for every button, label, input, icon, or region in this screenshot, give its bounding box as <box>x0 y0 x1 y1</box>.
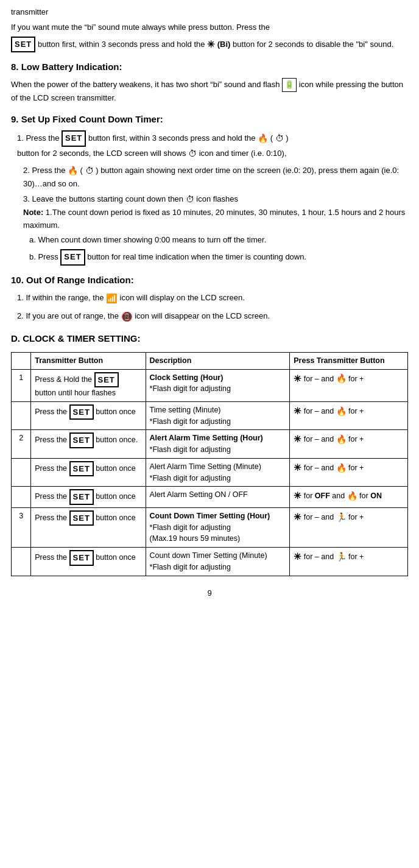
row-button-3: Press the SET button once. <box>31 430 146 459</box>
row-num-5 <box>12 487 31 508</box>
table-row: 2 Press the SET button once. Alert Alarm… <box>12 430 408 459</box>
table-header-description: Description <box>146 352 290 369</box>
row-press-5: ✳ for OFF and 🔥 for ON <box>290 487 408 508</box>
clock-icon-s9-4: ⏱ <box>186 192 194 206</box>
row-press-3: ✳ for – and 🔥 for + <box>290 430 408 459</box>
fire-icon-s9: 🔥 <box>258 132 268 145</box>
set-icon-r4: SET <box>69 461 94 477</box>
star-icon-r5: ✳ <box>294 489 301 503</box>
set-icon-intro: SET <box>11 37 35 53</box>
row-desc-7: Count down Timer Setting (Minute)*Flash … <box>146 548 290 576</box>
row-desc-5: Alert Alarm Setting ON / OFF <box>146 487 290 508</box>
table-row: Press the SET button once Alert Alarm Ti… <box>12 458 408 487</box>
row-desc-2: Time setting (Minute)*Flash digit for ad… <box>146 401 290 430</box>
intro-line2: If you want mute the “bi” sound mute alw… <box>11 21 408 34</box>
section10-title: 10. Out Of Range Indication: <box>11 273 408 288</box>
fire-icon-r7: 🏃 <box>336 551 347 563</box>
row-desc-1: Clock Setting (Hour) *Flash digit for ad… <box>146 369 290 401</box>
set-icon-r5: SET <box>69 489 94 505</box>
row-desc-6: Count Down Timer Setting (Hour) *Flash d… <box>146 507 290 547</box>
fire-icon-r6: 🏃 <box>336 511 347 524</box>
row-desc-4: Alert Alarm Time Setting (Minute)*Flash … <box>146 458 290 487</box>
intro-line1: transmitter <box>11 6 408 19</box>
set-icon-s9-1: SET <box>62 130 86 147</box>
section9-note-b: b. Press SET button for real time indica… <box>29 249 408 266</box>
table-header-button: Transmitter Button <box>31 352 146 369</box>
star-icon-intro: ✳ <box>207 37 215 52</box>
fire-icon-r2: 🔥 <box>336 405 347 418</box>
row-press-2: ✳ for – and 🔥 for + <box>290 401 408 430</box>
row-press-4: ✳ for – and 🔥 for + <box>290 458 408 487</box>
section10-step2: 2. If you are out of range, the 📵 icon w… <box>17 309 408 324</box>
fire-icon-r5: 🔥 <box>347 490 357 503</box>
set-icon-r2: SET <box>69 404 94 420</box>
row-button-7: Press the SET button once <box>31 548 146 576</box>
section9-title: 9. Set Up Fixed Count Down Timer: <box>11 112 408 127</box>
row-button-4: Press the SET button once <box>31 458 146 487</box>
section9-note-a: a. When count down timer showing 0:00 me… <box>29 234 408 247</box>
row-num-6: 3 <box>12 507 31 547</box>
row-num-3: 2 <box>12 430 31 459</box>
set-icon-r1: SET <box>94 372 119 388</box>
antenna-icon-1: 📶 <box>106 291 118 306</box>
section9-step1: 1. Press the SET button first, within 3 … <box>17 130 408 160</box>
fire-icon-s9-2: 🔥 <box>68 164 78 177</box>
row-button-5: Press the SET button once <box>31 487 146 508</box>
clock-icon-s9-2: ⏱ <box>188 147 197 160</box>
row-press-6: ✳ for – and 🏃 for + <box>290 507 408 547</box>
section8-title: 8. Low Battery Indication: <box>11 60 408 74</box>
fire-icon-r3: 🔥 <box>336 433 347 446</box>
intro-line3: SET button first, within 3 seconds press… <box>11 37 408 53</box>
set-icon-r3: SET <box>69 432 94 448</box>
row-num-7 <box>12 548 31 576</box>
section10-step1: 1. If within the range, the 📶 icon will … <box>17 291 408 306</box>
fire-icon-r1: 🔥 <box>336 372 347 385</box>
star-icon-r4: ✳ <box>294 461 301 475</box>
table-row: Press the SET button once Time setting (… <box>12 401 408 430</box>
row-desc-3: Alert Alarm Time Setting (Hour) *Flash d… <box>146 430 290 459</box>
table-header-num <box>12 352 31 369</box>
star-icon-r6: ✳ <box>294 510 301 524</box>
antenna-icon-2: 📵 <box>121 309 133 324</box>
star-icon-r2: ✳ <box>294 404 301 418</box>
battery-icon: 🔋 <box>282 78 297 92</box>
table-row: Press the SET button once Alert Alarm Se… <box>12 487 408 508</box>
set-icon-r6: SET <box>69 510 94 526</box>
settings-table: Transmitter Button Description Press Tra… <box>11 352 408 576</box>
section8-text: When the power of the battery weakens, i… <box>11 78 408 105</box>
table-row: Press the SET button once Count down Tim… <box>12 548 408 576</box>
table-header-press: Press Transmitter Button <box>290 352 408 369</box>
row-num-1: 1 <box>12 369 31 401</box>
fire-icon-r4: 🔥 <box>336 462 347 475</box>
clock-icon-s9-3: ⏱ <box>85 164 94 177</box>
table-row: 1 Press & Hold the SET button until hour… <box>12 369 408 401</box>
row-button-6: Press the SET button once <box>31 507 146 547</box>
row-button-2: Press the SET button once <box>31 401 146 430</box>
sectionD-title: D. CLOCK & TIMER SETTING: <box>11 331 408 346</box>
page-number: 9 <box>11 587 408 600</box>
row-press-7: ✳ for – and 🏃 for + <box>290 548 408 576</box>
row-button-1: Press & Hold the SET button until hour f… <box>31 369 146 401</box>
section9-step3: 3. Leave the buttons starting count down… <box>23 192 408 231</box>
set-icon-s9-b: SET <box>60 249 85 266</box>
row-press-1: ✳ for – and 🔥 for + <box>290 369 408 401</box>
set-icon-r7: SET <box>69 550 94 566</box>
star-icon-r7: ✳ <box>294 550 301 564</box>
clock-icon-s9-1: ⏱ <box>275 132 284 145</box>
row-num-4 <box>12 458 31 487</box>
table-row: 3 Press the SET button once Count Down T… <box>12 507 408 547</box>
section9-step2: 2. Press the 🔥 ( ⏱ ) button again showin… <box>23 164 408 190</box>
star-icon-r3: ✳ <box>294 432 301 446</box>
star-icon-r1: ✳ <box>294 372 301 386</box>
row-num-2 <box>12 401 31 430</box>
